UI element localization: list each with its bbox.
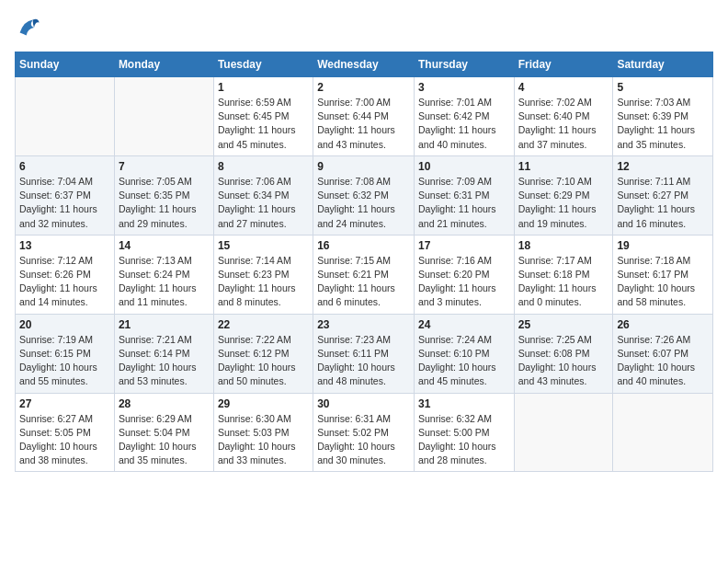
day-number: 28	[119, 397, 210, 410]
day-info: Sunrise: 7:08 AMSunset: 6:32 PMDaylight:…	[317, 175, 410, 231]
calendar-cell: 15Sunrise: 7:14 AMSunset: 6:23 PMDayligh…	[213, 235, 313, 314]
day-info: Sunrise: 7:17 AMSunset: 6:18 PMDaylight:…	[518, 254, 609, 310]
day-info: Sunrise: 7:02 AMSunset: 6:40 PMDaylight:…	[518, 96, 609, 152]
day-info: Sunrise: 7:06 AMSunset: 6:34 PMDaylight:…	[218, 175, 309, 231]
weekday-header: Monday	[114, 52, 213, 77]
day-info: Sunrise: 6:29 AMSunset: 5:04 PMDaylight:…	[119, 412, 210, 468]
page-header	[15, 15, 713, 40]
day-info: Sunrise: 7:04 AMSunset: 6:37 PMDaylight:…	[19, 175, 110, 231]
calendar-cell: 20Sunrise: 7:19 AMSunset: 6:15 PMDayligh…	[16, 314, 115, 393]
day-info: Sunrise: 7:01 AMSunset: 6:42 PMDaylight:…	[418, 96, 510, 152]
calendar-cell: 22Sunrise: 7:22 AMSunset: 6:12 PMDayligh…	[213, 314, 313, 393]
calendar-cell: 13Sunrise: 7:12 AMSunset: 6:26 PMDayligh…	[16, 235, 115, 314]
calendar-cell: 10Sunrise: 7:09 AMSunset: 6:31 PMDayligh…	[414, 155, 514, 235]
day-info: Sunrise: 7:14 AMSunset: 6:23 PMDaylight:…	[218, 254, 309, 310]
day-number: 15	[218, 239, 309, 252]
day-number: 24	[418, 318, 510, 331]
calendar-cell	[613, 393, 713, 472]
calendar-cell: 21Sunrise: 7:21 AMSunset: 6:14 PMDayligh…	[114, 314, 213, 393]
day-info: Sunrise: 7:00 AMSunset: 6:44 PMDaylight:…	[317, 96, 410, 152]
day-number: 13	[19, 239, 110, 252]
day-number: 6	[19, 160, 110, 173]
day-info: Sunrise: 7:21 AMSunset: 6:14 PMDaylight:…	[119, 333, 210, 389]
calendar-week-row: 27Sunrise: 6:27 AMSunset: 5:05 PMDayligh…	[16, 393, 713, 472]
day-number: 22	[218, 318, 309, 331]
calendar-cell: 7Sunrise: 7:05 AMSunset: 6:35 PMDaylight…	[114, 155, 213, 235]
calendar-cell: 16Sunrise: 7:15 AMSunset: 6:21 PMDayligh…	[313, 235, 415, 314]
day-info: Sunrise: 7:09 AMSunset: 6:31 PMDaylight:…	[418, 175, 510, 231]
calendar-cell	[114, 77, 213, 156]
day-info: Sunrise: 7:24 AMSunset: 6:10 PMDaylight:…	[418, 333, 510, 389]
calendar-cell: 14Sunrise: 7:13 AMSunset: 6:24 PMDayligh…	[114, 235, 213, 314]
day-info: Sunrise: 7:03 AMSunset: 6:39 PMDaylight:…	[617, 96, 709, 152]
day-info: Sunrise: 7:12 AMSunset: 6:26 PMDaylight:…	[19, 254, 110, 310]
calendar-cell: 26Sunrise: 7:26 AMSunset: 6:07 PMDayligh…	[613, 314, 713, 393]
calendar-cell	[514, 393, 613, 472]
day-number: 21	[119, 318, 210, 331]
weekday-header: Sunday	[16, 52, 115, 77]
calendar-week-row: 6Sunrise: 7:04 AMSunset: 6:37 PMDaylight…	[16, 155, 713, 235]
day-info: Sunrise: 7:13 AMSunset: 6:24 PMDaylight:…	[119, 254, 210, 310]
calendar-cell: 3Sunrise: 7:01 AMSunset: 6:42 PMDaylight…	[414, 77, 514, 156]
day-number: 4	[518, 81, 609, 94]
calendar-cell: 12Sunrise: 7:11 AMSunset: 6:27 PMDayligh…	[613, 155, 713, 235]
calendar-week-row: 20Sunrise: 7:19 AMSunset: 6:15 PMDayligh…	[16, 314, 713, 393]
day-info: Sunrise: 7:15 AMSunset: 6:21 PMDaylight:…	[317, 254, 410, 310]
calendar-cell: 29Sunrise: 6:30 AMSunset: 5:03 PMDayligh…	[213, 393, 313, 472]
calendar-cell: 23Sunrise: 7:23 AMSunset: 6:11 PMDayligh…	[313, 314, 415, 393]
day-info: Sunrise: 6:31 AMSunset: 5:02 PMDaylight:…	[317, 412, 410, 468]
weekday-header: Tuesday	[213, 52, 313, 77]
day-info: Sunrise: 7:19 AMSunset: 6:15 PMDaylight:…	[19, 333, 110, 389]
weekday-header: Saturday	[613, 52, 713, 77]
calendar-week-row: 1Sunrise: 6:59 AMSunset: 6:45 PMDaylight…	[16, 77, 713, 156]
calendar-cell: 30Sunrise: 6:31 AMSunset: 5:02 PMDayligh…	[313, 393, 415, 472]
weekday-header: Wednesday	[313, 52, 415, 77]
day-number: 20	[19, 318, 110, 331]
day-info: Sunrise: 7:10 AMSunset: 6:29 PMDaylight:…	[518, 175, 609, 231]
calendar-cell: 11Sunrise: 7:10 AMSunset: 6:29 PMDayligh…	[514, 155, 613, 235]
calendar-cell: 4Sunrise: 7:02 AMSunset: 6:40 PMDaylight…	[514, 77, 613, 156]
day-info: Sunrise: 7:23 AMSunset: 6:11 PMDaylight:…	[317, 333, 410, 389]
day-number: 18	[518, 239, 609, 252]
day-number: 7	[119, 160, 210, 173]
day-info: Sunrise: 7:22 AMSunset: 6:12 PMDaylight:…	[218, 333, 309, 389]
weekday-header: Thursday	[414, 52, 514, 77]
day-number: 1	[218, 81, 309, 94]
calendar-cell: 2Sunrise: 7:00 AMSunset: 6:44 PMDaylight…	[313, 77, 415, 156]
logo	[15, 15, 44, 40]
day-number: 26	[617, 318, 709, 331]
day-info: Sunrise: 6:59 AMSunset: 6:45 PMDaylight:…	[218, 96, 309, 152]
calendar-cell: 8Sunrise: 7:06 AMSunset: 6:34 PMDaylight…	[213, 155, 313, 235]
day-number: 8	[218, 160, 309, 173]
day-info: Sunrise: 7:25 AMSunset: 6:08 PMDaylight:…	[518, 333, 609, 389]
calendar-cell: 17Sunrise: 7:16 AMSunset: 6:20 PMDayligh…	[414, 235, 514, 314]
day-number: 9	[317, 160, 410, 173]
day-number: 30	[317, 397, 410, 410]
day-number: 10	[418, 160, 510, 173]
calendar-cell: 24Sunrise: 7:24 AMSunset: 6:10 PMDayligh…	[414, 314, 514, 393]
day-info: Sunrise: 6:27 AMSunset: 5:05 PMDaylight:…	[19, 412, 110, 468]
day-number: 31	[418, 397, 510, 410]
day-number: 29	[218, 397, 309, 410]
day-info: Sunrise: 7:18 AMSunset: 6:17 PMDaylight:…	[617, 254, 709, 310]
calendar-cell: 19Sunrise: 7:18 AMSunset: 6:17 PMDayligh…	[613, 235, 713, 314]
day-info: Sunrise: 6:30 AMSunset: 5:03 PMDaylight:…	[218, 412, 309, 468]
calendar-cell: 18Sunrise: 7:17 AMSunset: 6:18 PMDayligh…	[514, 235, 613, 314]
day-info: Sunrise: 7:26 AMSunset: 6:07 PMDaylight:…	[617, 333, 709, 389]
day-number: 17	[418, 239, 510, 252]
day-number: 5	[617, 81, 709, 94]
day-info: Sunrise: 7:11 AMSunset: 6:27 PMDaylight:…	[617, 175, 709, 231]
day-number: 25	[518, 318, 609, 331]
calendar-cell: 25Sunrise: 7:25 AMSunset: 6:08 PMDayligh…	[514, 314, 613, 393]
calendar-header-row: SundayMondayTuesdayWednesdayThursdayFrid…	[16, 52, 713, 77]
day-info: Sunrise: 7:16 AMSunset: 6:20 PMDaylight:…	[418, 254, 510, 310]
day-number: 23	[317, 318, 410, 331]
day-number: 3	[418, 81, 510, 94]
calendar-table: SundayMondayTuesdayWednesdayThursdayFrid…	[15, 52, 713, 472]
day-info: Sunrise: 6:32 AMSunset: 5:00 PMDaylight:…	[418, 412, 510, 468]
day-number: 16	[317, 239, 410, 252]
day-number: 2	[317, 81, 410, 94]
calendar-cell: 9Sunrise: 7:08 AMSunset: 6:32 PMDaylight…	[313, 155, 415, 235]
day-number: 14	[119, 239, 210, 252]
day-number: 11	[518, 160, 609, 173]
